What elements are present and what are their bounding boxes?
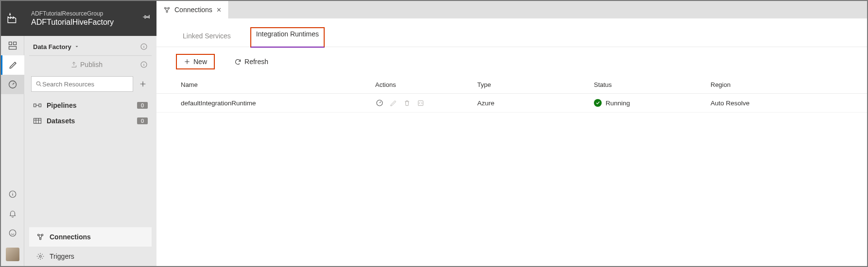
- factory-logo-icon[interactable]: [1, 1, 24, 36]
- factory-name-label: ADFTutorialHiveFactory: [31, 18, 150, 27]
- user-avatar[interactable]: [6, 248, 19, 261]
- sidebar: ADFTutorialResourceGroup ADFTutorialHive…: [24, 1, 156, 266]
- breadcrumb-label: Data Factory: [33, 43, 71, 50]
- notifications-bell-icon[interactable]: [1, 204, 24, 223]
- feedback-smile-icon[interactable]: [1, 223, 24, 243]
- sidebar-item-triggers[interactable]: Triggers: [29, 247, 152, 266]
- col-header-region[interactable]: Region: [711, 81, 848, 88]
- document-tab-label: Connections: [174, 6, 212, 14]
- search-box[interactable]: [31, 76, 133, 92]
- sidebar-item-label: Triggers: [50, 252, 74, 260]
- status-text: Running: [606, 100, 630, 107]
- code-action-icon[interactable]: [416, 99, 425, 107]
- info-icon[interactable]: [140, 43, 148, 50]
- icon-rail: [1, 1, 24, 266]
- col-header-type[interactable]: Type: [477, 81, 594, 88]
- tree-item-label: Pipelines: [47, 101, 76, 109]
- cell-type: Azure: [477, 100, 594, 107]
- svg-rect-11: [34, 118, 41, 124]
- close-icon[interactable]: ✕: [216, 6, 222, 14]
- info-icon[interactable]: [140, 61, 148, 68]
- publish-button[interactable]: Publish: [70, 61, 103, 68]
- svg-point-5: [9, 230, 16, 236]
- tree-item-pipelines[interactable]: Pipelines 0: [29, 98, 152, 113]
- search-input[interactable]: [42, 81, 129, 88]
- search-row: [29, 73, 152, 98]
- breadcrumb[interactable]: Data Factory: [33, 43, 79, 50]
- grid-header: Name Actions Type Status Region: [156, 76, 867, 94]
- plus-icon: [139, 80, 147, 88]
- resource-group-label: ADFTutorialResourceGroup: [31, 10, 150, 17]
- sidebar-header: ADFTutorialResourceGroup ADFTutorialHive…: [24, 1, 156, 36]
- trigger-gear-icon: [36, 252, 45, 260]
- add-resource-button[interactable]: [136, 76, 150, 92]
- connections-icon: [163, 6, 171, 14]
- refresh-icon: [234, 58, 242, 66]
- upload-icon: [70, 61, 77, 68]
- overview-icon[interactable]: [1, 36, 24, 55]
- col-header-actions[interactable]: Actions: [375, 81, 477, 88]
- col-header-name[interactable]: Name: [181, 81, 375, 88]
- tab-integration-runtimes[interactable]: Integration Runtimes: [250, 27, 325, 48]
- monitor-gauge-icon[interactable]: [1, 75, 24, 94]
- search-icon: [35, 81, 42, 87]
- cell-region: Auto Resolve: [711, 100, 848, 107]
- sidebar-item-connections[interactable]: Connections: [29, 227, 152, 247]
- publish-row: Publish: [29, 56, 152, 73]
- publish-label: Publish: [80, 61, 103, 68]
- new-button-label: New: [193, 58, 207, 66]
- svg-rect-0: [9, 42, 12, 45]
- document-tabbar: Connections ✕: [156, 1, 867, 18]
- sub-tabs: Linked Services Integration Runtimes: [156, 18, 867, 47]
- tree-item-datasets[interactable]: Datasets 0: [29, 113, 152, 129]
- svg-rect-1: [13, 42, 16, 45]
- svg-point-8: [36, 82, 40, 85]
- svg-rect-9: [34, 104, 36, 107]
- main: Connections ✕ Linked Services Integratio…: [156, 1, 867, 266]
- count-badge: 0: [137, 117, 148, 124]
- col-header-status[interactable]: Status: [594, 81, 711, 88]
- plus-icon: [184, 58, 191, 65]
- dataset-icon: [33, 117, 42, 124]
- sidebar-item-label: Connections: [50, 233, 91, 241]
- tree-item-label: Datasets: [47, 117, 75, 125]
- cell-name: defaultIntegrationRuntime: [181, 100, 375, 107]
- pin-icon[interactable]: [143, 13, 151, 20]
- document-tab-connections[interactable]: Connections ✕: [156, 1, 229, 18]
- new-button[interactable]: New: [176, 54, 215, 69]
- monitor-action-icon[interactable]: [375, 99, 384, 107]
- runtimes-grid: Name Actions Type Status Region defaultI…: [156, 76, 867, 113]
- count-badge: 0: [137, 102, 148, 109]
- toolbar: New Refresh: [156, 47, 867, 76]
- status-running-icon: [594, 99, 602, 107]
- tab-linked-services[interactable]: Linked Services: [181, 27, 233, 47]
- cell-actions: [375, 99, 477, 107]
- pipeline-icon: [33, 102, 42, 109]
- tab-label: Linked Services: [183, 32, 231, 40]
- info-icon[interactable]: [1, 184, 24, 204]
- svg-point-15: [39, 255, 41, 257]
- content-area: Linked Services Integration Runtimes New…: [156, 18, 867, 266]
- refresh-button-label: Refresh: [244, 58, 268, 66]
- author-pencil-icon[interactable]: [1, 55, 24, 75]
- grid-row[interactable]: defaultIntegrationRuntime Azure: [156, 94, 867, 113]
- svg-rect-10: [39, 104, 41, 107]
- refresh-button[interactable]: Refresh: [227, 55, 275, 68]
- breadcrumb-row: Data Factory: [29, 36, 152, 56]
- cell-status: Running: [594, 99, 711, 107]
- svg-rect-2: [9, 47, 16, 50]
- edit-action-icon[interactable]: [389, 99, 398, 107]
- chevron-down-icon: [74, 44, 79, 49]
- delete-action-icon[interactable]: [402, 99, 411, 107]
- tab-label: Integration Runtimes: [256, 30, 319, 38]
- connections-icon: [36, 233, 45, 241]
